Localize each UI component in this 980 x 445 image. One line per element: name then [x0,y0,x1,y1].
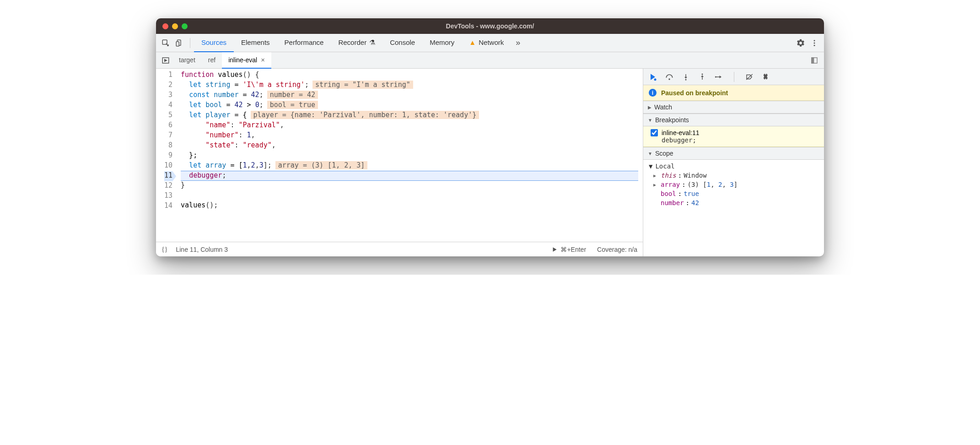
line-number[interactable]: 6 [164,121,172,131]
breakpoint-item[interactable]: inline-eval:11 debugger; [643,126,824,147]
scope-key: bool [661,190,676,197]
scope-row-number[interactable]: number: 42 [649,198,821,207]
breakpoint-checkbox[interactable] [651,129,658,136]
tab-label: Sources [201,38,226,46]
code-line[interactable]: let string = 'I\'m a string';string = "I… [181,81,638,91]
info-icon: i [649,89,657,97]
inline-value: bool = true [267,101,318,109]
tab-label: Recorder [338,38,366,46]
code-line[interactable]: "number": 1, [181,131,638,141]
inspect-icon[interactable] [159,34,172,52]
close-icon[interactable]: × [261,56,265,64]
line-number[interactable]: 3 [164,91,172,101]
code-line[interactable]: } [181,181,638,191]
kebab-menu-icon[interactable] [808,34,821,52]
deactivate-breakpoints-icon[interactable] [744,72,754,82]
tab-network[interactable]: ▲Network [462,34,511,52]
step-out-icon[interactable] [697,72,707,82]
code-line[interactable]: "state": "ready", [181,141,638,151]
code-content[interactable]: function values() { let string = 'I\'m a… [177,69,643,242]
paused-banner: i Paused on breakpoint [643,85,824,101]
tab-elements[interactable]: Elements [234,34,277,52]
code-line[interactable]: function values() { [181,71,638,81]
paused-label: Paused on breakpoint [661,89,728,97]
code-line[interactable] [181,191,638,201]
svg-rect-9 [812,58,814,63]
scope-row-this[interactable]: ▶ this: Window [649,171,821,180]
coverage-label[interactable]: Coverage: n/a [597,246,637,253]
separator [734,72,734,82]
line-number[interactable]: 13 [164,191,172,201]
step-icon[interactable] [714,72,724,82]
code-line[interactable]: debugger; [181,171,638,181]
line-number[interactable]: 1 [164,71,172,81]
scope-key: this [661,172,676,179]
svg-marker-14 [684,77,687,79]
settings-icon[interactable] [794,34,808,52]
breakpoint-location: inline-eval:11 [662,129,700,136]
local-scope-header[interactable]: ▼ Local [649,162,821,171]
chevron-right-icon: ▶ [653,173,659,178]
device-toggle-icon[interactable] [172,34,186,52]
step-into-icon[interactable] [681,72,691,82]
chevron-down-icon: ▼ [649,163,652,170]
svg-marker-16 [701,75,704,77]
line-gutter[interactable]: 1234567891011121314 [156,69,177,242]
line-number[interactable]: 14 [164,201,172,212]
code-line[interactable]: "name": "Parzival", [181,121,638,131]
filetab-ref[interactable]: ref [202,52,222,69]
line-number[interactable]: 11 [164,171,172,181]
svg-point-4 [814,42,815,43]
tab-memory[interactable]: Memory [422,34,462,52]
line-number[interactable]: 12 [164,181,172,191]
debug-toolbar [643,69,824,85]
tab-label: Memory [430,38,454,46]
tab-console[interactable]: Console [382,34,422,52]
line-number[interactable]: 8 [164,141,172,151]
file-tab-row: targetrefinline-eval× [156,52,824,69]
resume-icon[interactable] [648,72,658,82]
tab-label: Console [390,38,415,46]
scope-body: ▼ Local ▶ this: Window ▶ array: (3) [1, … [643,160,824,210]
tab-sources[interactable]: Sources [194,34,234,52]
code-line[interactable]: let bool = 42 > 0;bool = true [181,101,638,111]
filetab-inline-eval[interactable]: inline-eval× [222,52,271,69]
svg-point-3 [814,40,815,41]
tab-recorder[interactable]: Recorder⚗ [331,34,382,52]
watch-panel-header[interactable]: ▶ Watch [643,101,824,114]
line-number[interactable]: 7 [164,131,172,141]
line-number[interactable]: 4 [164,101,172,111]
tab-label: Elements [241,38,270,46]
pretty-print-icon[interactable]: {} [162,246,167,253]
line-number[interactable]: 5 [164,111,172,121]
line-number[interactable]: 2 [164,81,172,91]
code-line[interactable]: let player = {player = {name: 'Parzival'… [181,111,638,121]
code-line[interactable]: let array = [1,2,3];array = (3) [1, 2, 3… [181,161,638,171]
filetab-label: target [179,56,195,64]
code-editor[interactable]: 1234567891011121314 function values() { … [156,69,643,242]
svg-point-17 [702,73,703,75]
filetab-target[interactable]: target [172,52,202,69]
separator [190,38,190,48]
main-tab-bar: SourcesElementsPerformanceRecorder⚗Conso… [156,34,824,52]
code-line[interactable]: values(); [181,201,638,211]
line-number[interactable]: 10 [164,161,172,171]
scope-panel-header[interactable]: ▼ Scope [643,147,824,160]
tab-performance[interactable]: Performance [277,34,331,52]
run-snippet-button[interactable]: ⌘+Enter [551,246,586,253]
breakpoint-snippet: debugger; [651,136,819,144]
warning-icon: ▲ [469,38,476,46]
debugger-sidebar: i Paused on breakpoint ▶ Watch ▼ Breakpo… [643,69,824,256]
scope-row-array[interactable]: ▶ array: (3) [1, 2, 3] [649,180,821,189]
scope-row-bool[interactable]: bool: true [649,189,821,198]
breakpoints-panel-header[interactable]: ▼ Breakpoints [643,114,824,126]
code-line[interactable]: }; [181,151,638,161]
pause-on-exceptions-icon[interactable] [761,72,771,82]
code-line[interactable]: const number = 42;number = 42 [181,91,638,101]
line-number[interactable]: 9 [164,151,172,161]
show-navigator-icon[interactable] [159,51,172,70]
maximize-editor-icon[interactable] [808,51,821,70]
svg-rect-2 [176,42,179,46]
step-over-icon[interactable] [664,72,674,82]
more-tabs-icon[interactable]: » [511,38,525,48]
